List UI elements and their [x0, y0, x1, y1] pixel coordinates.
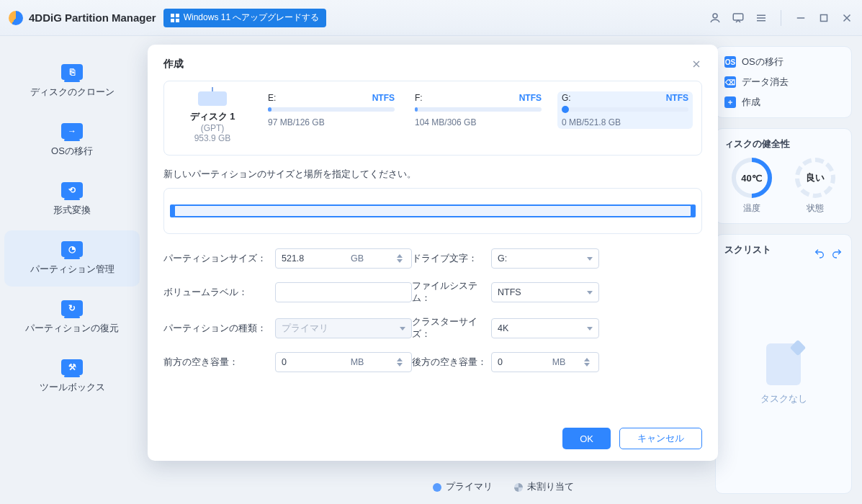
task-list-panel: スクリスト タスクなし: [715, 234, 852, 494]
chevron-down-icon: [587, 257, 593, 261]
sidebar: ⎘ ディスクのクローン → OSの移行 ⟲ 形式変換 ◔ パーティション管理 ↻…: [0, 36, 144, 504]
temperature-label: 温度: [727, 202, 776, 215]
chevron-down-icon: [400, 327, 405, 330]
sidebar-item-label: パーティション管理: [30, 263, 115, 276]
sidebar-item-os-migrate[interactable]: → OSの移行: [4, 112, 140, 168]
volume-label-label: ボリュームラベル：: [163, 287, 275, 299]
chevron-down-icon: [587, 327, 593, 330]
temperature-gauge: 40℃ 温度: [727, 158, 776, 215]
disk-size: 953.9 GB: [173, 133, 252, 143]
disk-type: (GPT): [173, 123, 252, 133]
stepper-icon: [397, 254, 405, 263]
partition-manage-icon: ◔: [61, 241, 83, 257]
format-convert-icon: ⟲: [61, 182, 83, 198]
partition-size-input[interactable]: 521.8 GB: [275, 248, 412, 269]
window-close-button[interactable]: [840, 12, 853, 24]
redo-button[interactable]: [831, 246, 843, 261]
sidebar-item-partition-manage[interactable]: ◔ パーティション管理: [4, 230, 140, 287]
sidebar-item-label: ツールボックス: [40, 381, 105, 394]
dialog-close-button[interactable]: [691, 58, 702, 70]
toolbox-icon: ⚒: [61, 359, 83, 375]
ok-button[interactable]: OK: [562, 428, 611, 449]
empty-tasks-icon: [766, 343, 801, 385]
titlebar-separator: [781, 10, 781, 26]
partition-type-label: パーティションの種類：: [163, 323, 275, 335]
create-partition-dialog: 作成 ディスク 1 (GPT) 953.9 GB E: NTFS 97 MB/1…: [148, 45, 718, 461]
usage: 0 MB/521.8 GB: [562, 117, 688, 127]
os-migrate-icon: →: [61, 123, 83, 139]
windows-icon: [171, 14, 179, 22]
health-title: ィスクの健全性: [724, 138, 843, 150]
unalloc-before-input[interactable]: 0 MB: [275, 352, 412, 372]
disk-meta: ディスク 1 (GPT) 953.9 GB: [173, 91, 252, 143]
drive-letter: F:: [415, 93, 423, 103]
sidebar-item-toolbox[interactable]: ⚒ ツールボックス: [4, 348, 140, 405]
sidebar-item-label: OSの移行: [51, 145, 93, 158]
volume-label-input[interactable]: [275, 282, 412, 302]
titlebar: 4DDiG Partition Manager Windows 11 へアップグ…: [0, 0, 862, 36]
sidebar-item-partition-recover[interactable]: ↻ パーティションの復元: [4, 289, 140, 346]
sidebar-item-format-convert[interactable]: ⟲ 形式変換: [4, 171, 140, 228]
stepper-icon: [584, 358, 593, 366]
svg-rect-2: [821, 14, 827, 21]
unalloc-after-input[interactable]: 0 MB: [491, 352, 599, 372]
status-gauge: 良い 状態: [791, 158, 840, 215]
chevron-down-icon: [587, 291, 593, 294]
legend-bar: プライマリ 未割り当て: [144, 474, 862, 500]
menu-icon[interactable]: [755, 12, 768, 24]
unalloc-before-label: 前方の空き容量：: [163, 356, 275, 369]
drive-letter: G:: [562, 93, 571, 103]
create-icon: ＋: [724, 96, 736, 108]
filesystem: NTFS: [372, 93, 395, 103]
svg-point-0: [713, 14, 717, 18]
temperature-value: 40℃: [736, 162, 768, 194]
op-label: OSの移行: [742, 55, 784, 68]
op-os-migrate[interactable]: OS OSの移行: [724, 55, 843, 68]
partition-type-select: プライマリ: [275, 318, 412, 338]
drive-letter-select[interactable]: G:: [491, 248, 599, 269]
partition-recover-icon: ↻: [61, 300, 83, 316]
window-maximize-button[interactable]: [817, 12, 830, 24]
app-title: 4DDiG Partition Manager: [29, 12, 156, 24]
account-icon[interactable]: [709, 12, 722, 24]
stepper-icon: [397, 358, 405, 366]
legend-unallocated: 未割り当て: [514, 480, 574, 493]
undo-button[interactable]: [814, 246, 825, 261]
op-erase-data[interactable]: ⌫ データ消去: [724, 76, 843, 89]
tasks-title: スクリスト: [724, 243, 771, 256]
filesystem: NTFS: [519, 93, 542, 103]
cluster-size-select[interactable]: 4K: [491, 318, 599, 338]
legend-primary: プライマリ: [433, 480, 493, 493]
filesystem-select[interactable]: NTFS: [491, 282, 599, 302]
tasks-empty-label: タスクなし: [760, 392, 807, 405]
sidebar-item-label: ディスクのクローン: [30, 86, 115, 99]
status-value: 良い: [799, 162, 831, 194]
disk-icon: [198, 91, 227, 106]
sidebar-item-disk-clone[interactable]: ⎘ ディスクのクローン: [4, 53, 140, 109]
window-minimize-button[interactable]: [794, 12, 807, 24]
cluster-size-label: クラスターサイズ：: [412, 316, 491, 341]
partition-size-label: パーティションサイズ：: [163, 253, 275, 265]
sidebar-item-label: 形式変換: [53, 204, 91, 217]
erase-icon: ⌫: [724, 76, 736, 88]
upgrade-label: Windows 11 へアップグレードする: [184, 12, 320, 24]
partition-f[interactable]: F: NTFS 104 MB/306 GB: [410, 91, 546, 129]
app-logo-icon: [9, 11, 23, 25]
op-label: 作成: [742, 96, 760, 109]
cancel-button[interactable]: キャンセル: [619, 428, 702, 449]
drive-letter: E:: [268, 93, 276, 103]
feedback-icon[interactable]: [732, 12, 745, 24]
filesystem: NTFS: [666, 93, 688, 103]
filesystem-label: ファイルシステム：: [412, 280, 491, 305]
upgrade-windows11-button[interactable]: Windows 11 へアップグレードする: [163, 9, 327, 27]
sidebar-item-label: パーティションの復元: [25, 322, 119, 335]
disk-overview: ディスク 1 (GPT) 953.9 GB E: NTFS 97 MB/126 …: [163, 81, 702, 156]
drive-letter-label: ドライブ文字：: [412, 253, 491, 265]
dialog-title: 作成: [163, 58, 184, 71]
partition-g[interactable]: G: NTFS 0 MB/521.8 GB: [557, 91, 693, 129]
disk-clone-icon: ⎘: [61, 64, 83, 80]
span-handle[interactable]: [173, 204, 693, 217]
partition-e[interactable]: E: NTFS 97 MB/126 GB: [264, 91, 399, 129]
svg-rect-1: [733, 14, 743, 20]
op-create[interactable]: ＋ 作成: [724, 96, 843, 109]
